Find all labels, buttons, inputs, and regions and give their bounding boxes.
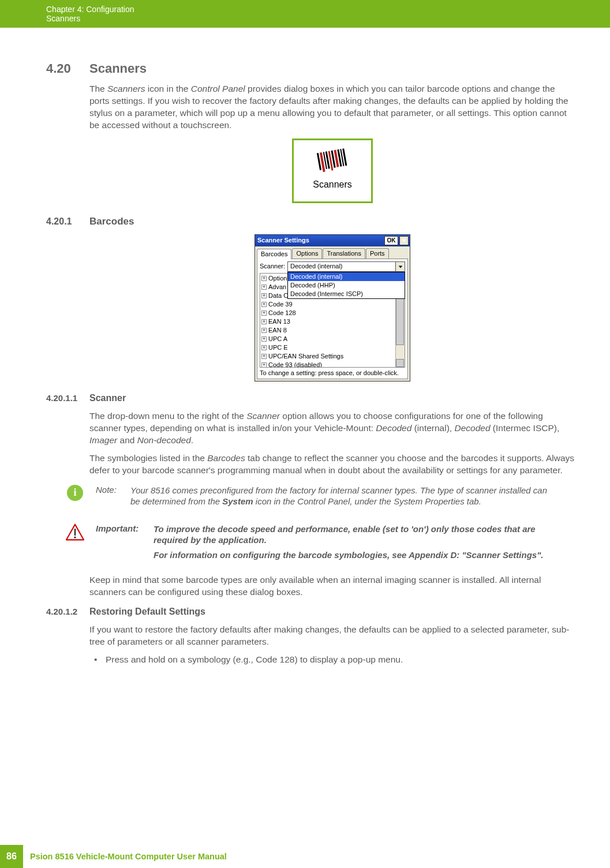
tree-expand-icon[interactable]: + bbox=[261, 362, 267, 367]
tab-translations[interactable]: Translations bbox=[323, 248, 365, 259]
s42011-paragraph-2: The symbologies listed in the Barcodes t… bbox=[89, 452, 575, 477]
tree-expand-icon[interactable]: + bbox=[261, 310, 267, 316]
section-title-scanners: Scanners bbox=[89, 61, 147, 76]
tree-node[interactable]: Code 128 bbox=[268, 309, 296, 316]
scanner-combobox[interactable]: Decoded (internal) Decoded (internal) De… bbox=[287, 261, 405, 272]
note-label: Note: bbox=[96, 485, 125, 507]
tree-expand-icon[interactable]: + bbox=[261, 276, 267, 281]
barcode-icon bbox=[315, 148, 350, 176]
s420-paragraph-1: The Scanners icon in the Control Panel p… bbox=[89, 83, 575, 132]
tree-node[interactable]: Option bbox=[268, 275, 287, 282]
scanner-label: Scanner: bbox=[260, 262, 285, 271]
settings-hint: To change a setting: press space, or dou… bbox=[260, 369, 405, 377]
tab-strip: Barcodes Options Translations Ports bbox=[255, 246, 410, 259]
scanner-selected: Decoded (internal) bbox=[290, 262, 395, 271]
tree-node[interactable]: Advan bbox=[268, 283, 286, 290]
section-title-barcodes: Barcodes bbox=[89, 216, 134, 227]
svg-marker-0 bbox=[398, 265, 402, 268]
dropdown-option[interactable]: Decoded (HHP) bbox=[288, 281, 405, 290]
tree-expand-icon[interactable]: + bbox=[261, 293, 267, 298]
scanner-settings-window: Scanner Settings OK × Barcodes Options T… bbox=[255, 234, 410, 381]
tab-options[interactable]: Options bbox=[292, 248, 322, 259]
section-title-scanner: Scanner bbox=[89, 393, 126, 403]
info-icon bbox=[67, 485, 83, 501]
tree-node[interactable]: Code 93 (disabled) bbox=[268, 361, 322, 368]
page-header-banner: Chapter 4: Configuration Scanners bbox=[0, 0, 610, 28]
section-number-4-20-1-2: 4.20.1.2 bbox=[46, 607, 89, 616]
ok-button[interactable]: OK bbox=[384, 236, 398, 245]
tree-node[interactable]: EAN 13 bbox=[268, 318, 290, 325]
tree-node[interactable]: Code 39 bbox=[268, 301, 293, 308]
tree-node[interactable]: UPC/EAN Shared Settings bbox=[268, 353, 343, 360]
section-number-4-20-1-1: 4.20.1.1 bbox=[46, 393, 89, 403]
section-number-4-20: 4.20 bbox=[46, 61, 89, 76]
tree-expand-icon[interactable]: + bbox=[261, 328, 267, 333]
tree-node[interactable]: UPC A bbox=[268, 335, 287, 342]
dropdown-option[interactable]: Decoded (internal) bbox=[288, 272, 405, 281]
scrollbar-down-icon[interactable] bbox=[396, 359, 404, 367]
svg-point-3 bbox=[74, 536, 76, 538]
tree-expand-icon[interactable]: + bbox=[261, 302, 267, 307]
book-title: Psion 8516 Vehicle-Mount Computer User M… bbox=[30, 852, 227, 861]
s42012-bullet-1: Press and hold on a symbology (e.g., Cod… bbox=[89, 654, 575, 666]
tree-expand-icon[interactable]: + bbox=[261, 345, 267, 350]
tab-barcodes[interactable]: Barcodes bbox=[257, 249, 291, 259]
header-section: Scanners bbox=[46, 14, 134, 23]
tab-ports[interactable]: Ports bbox=[366, 248, 389, 259]
header-chapter: Chapter 4: Configuration bbox=[46, 5, 134, 14]
close-button[interactable]: × bbox=[399, 236, 409, 245]
warning-icon bbox=[65, 523, 85, 541]
dropdown-option[interactable]: Decoded (Intermec ISCP) bbox=[288, 290, 405, 298]
tree-expand-icon[interactable]: + bbox=[261, 336, 267, 342]
important-label: Important: bbox=[96, 523, 148, 564]
s42011-paragraph-3: Keep in mind that some barcode types are… bbox=[89, 574, 575, 598]
s42011-paragraph-1: The drop-down menu to the right of the S… bbox=[89, 410, 575, 447]
dropdown-arrow-icon[interactable] bbox=[395, 262, 405, 271]
tree-expand-icon[interactable]: + bbox=[261, 285, 267, 290]
tree-node[interactable]: UPC E bbox=[268, 344, 288, 351]
note-body: Your 8516 comes preconfigured from the f… bbox=[130, 485, 552, 507]
important-body: To improve the decode speed and performa… bbox=[154, 523, 552, 564]
window-title: Scanner Settings bbox=[257, 236, 384, 245]
s42012-paragraph-1: If you want to restore the factory defau… bbox=[89, 624, 575, 648]
page-footer: 86 Psion 8516 Vehicle-Mount Computer Use… bbox=[0, 845, 610, 868]
window-titlebar: Scanner Settings OK × bbox=[255, 235, 410, 246]
scanners-icon-label: Scanners bbox=[313, 178, 352, 191]
tree-node[interactable]: EAN 8 bbox=[268, 327, 287, 334]
scanner-dropdown[interactable]: Decoded (internal) Decoded (HHP) Decoded… bbox=[287, 272, 405, 299]
tree-expand-icon[interactable]: + bbox=[261, 354, 267, 359]
page-number: 86 bbox=[0, 845, 23, 868]
section-number-4-20-1: 4.20.1 bbox=[46, 216, 89, 227]
tree-expand-icon[interactable]: + bbox=[261, 319, 267, 324]
scanners-icon-frame: Scanners bbox=[292, 139, 373, 203]
section-title-restoring: Restoring Default Settings bbox=[89, 607, 205, 617]
